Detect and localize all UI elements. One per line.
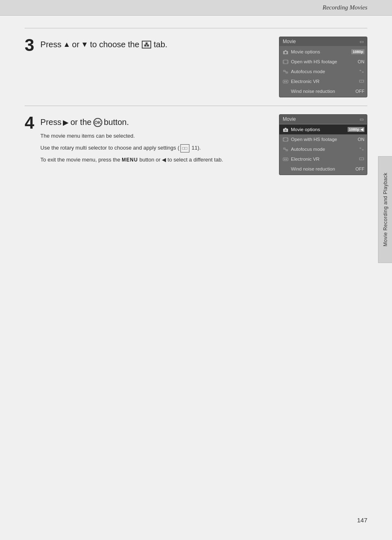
ok-button-icon: OK <box>93 118 102 127</box>
step-3-tab-label: tab. <box>154 40 167 49</box>
menu-panel-2-row-2-label: Open with HS footage <box>291 137 356 142</box>
menu-row-4-label: Electronic VR <box>291 79 357 84</box>
menu-row-3-label: Autofocus mode <box>291 69 357 74</box>
svg-point-21 <box>285 129 287 131</box>
svg-rect-32 <box>283 158 288 161</box>
svg-point-17 <box>360 81 362 82</box>
menu-row-5-label: Wind noise reduction <box>291 89 354 94</box>
menu-panel-2-row-5-label: Wind noise reduction <box>291 166 354 171</box>
step-4-or-label: or the <box>70 118 91 127</box>
svg-rect-8 <box>284 70 285 72</box>
main-content: 3 Press ▲ or ▼ to choose the ⁂ tab. <box>0 16 392 196</box>
svg-rect-9 <box>286 72 288 73</box>
step-3-heading-row: 3 Press ▲ or ▼ to choose the ⁂ tab. <box>25 37 267 54</box>
menu-row-1-label: Movie options <box>291 49 350 54</box>
step-3-press-label: Press <box>40 40 61 49</box>
svg-point-2 <box>285 51 287 53</box>
menu-panel-2-row-4: Electronic VR <box>279 154 367 164</box>
svg-rect-13 <box>283 80 288 83</box>
menu-panel-2-items: Movie options 1080p ◀ Open with HS foota… <box>279 124 367 175</box>
page-header-title: Recording Movies <box>323 4 367 11</box>
step-4-number: 4 <box>25 114 34 132</box>
svg-rect-1 <box>285 50 286 51</box>
menu-panel-2-row-2-value: ON <box>358 137 365 142</box>
menu-row-3: Autofocus mode <box>279 67 367 76</box>
menu-panel-2-row-1: Movie options 1080p ◀ <box>279 125 367 134</box>
camera-icon-2 <box>282 126 289 133</box>
menu-panel-2-title: Movie <box>283 116 296 122</box>
menu-panel-2-row-3-value <box>359 147 364 152</box>
svg-point-34 <box>286 159 287 160</box>
svg-rect-3 <box>283 60 288 64</box>
step-3-heading: Press ▲ or ▼ to choose the ⁂ tab. <box>40 40 167 49</box>
menu-row-2: Open with HS footage ON <box>279 57 367 67</box>
menu-button-label: MENU <box>122 157 138 163</box>
menu-panel-1-items: Movie options 1080p Open with HS footage… <box>279 46 367 97</box>
menu-panel-2-row-5-value: OFF <box>355 166 364 171</box>
page-number: 147 <box>357 517 367 524</box>
svg-rect-35 <box>359 157 364 160</box>
arrow-up-icon: ▲ <box>63 40 70 49</box>
menu-panel-2-row-3-label: Autofocus mode <box>291 147 357 152</box>
svg-rect-27 <box>284 148 285 149</box>
svg-point-14 <box>284 81 286 82</box>
vr-icon <box>282 78 289 85</box>
af-icon-2 <box>282 145 289 153</box>
menu-row-1-value: 1080p <box>351 49 364 54</box>
arrow-right-icon: ▶ <box>63 118 69 127</box>
menu-panel-1-header: Movie ▭ <box>279 37 367 46</box>
svg-point-15 <box>286 81 287 82</box>
svg-point-37 <box>362 158 363 159</box>
step-4-heading: Press ▶ or the OK button. <box>40 118 223 127</box>
svg-point-18 <box>362 81 363 82</box>
step-4-section: 4 Press ▶ or the OK button. The movie me… <box>25 106 367 183</box>
movie-tab-icon: ⁂ <box>142 41 151 48</box>
step-4-body: The movie menu items can be selected. Us… <box>40 132 223 164</box>
svg-rect-12 <box>362 72 364 73</box>
svg-rect-16 <box>359 80 364 83</box>
step-4-heading-row: 4 Press ▶ or the OK button. The movie me… <box>25 114 267 168</box>
camera-icon <box>282 48 289 55</box>
sidebar-tab: Movie Recording and Playback <box>378 156 392 263</box>
menu-panel-2-row-5: Wind noise reduction OFF <box>279 164 367 174</box>
menu-panel-1-title: Movie <box>283 39 296 44</box>
menu-panel-1-icon: ▭ <box>360 39 364 44</box>
step-3-left: 3 Press ▲ or ▼ to choose the ⁂ tab. <box>25 37 267 54</box>
svg-point-33 <box>284 159 286 160</box>
menu-row-4: Electronic VR <box>279 76 367 86</box>
menu-panel-1: Movie ▭ Movie options 1080p <box>279 37 367 97</box>
step-3-or-label: or <box>72 40 79 49</box>
svg-rect-11 <box>360 70 361 71</box>
menu-panel-2-row-2: Open with HS footage ON <box>279 134 367 144</box>
film-icon <box>282 58 289 65</box>
step-4-menu-panel: Movie ▭ Movie options 1080p ◀ <box>279 114 367 175</box>
step-3-to-label: to choose the <box>90 40 139 49</box>
menu-row-3-value <box>359 69 364 74</box>
menu-panel-2-row-1-label: Movie options <box>291 127 346 132</box>
svg-rect-28 <box>286 150 288 151</box>
menu-row-2-value: ON <box>358 59 365 64</box>
header-bar: Recording Movies <box>0 0 392 16</box>
svg-rect-22 <box>283 138 288 141</box>
svg-line-29 <box>285 149 286 150</box>
vr-icon-2 <box>282 155 289 163</box>
svg-rect-31 <box>362 149 364 150</box>
step-4-body-1: The movie menu items can be selected. <box>40 132 223 141</box>
step-4-button-label: button. <box>104 118 129 127</box>
step-3-number: 3 <box>25 37 34 54</box>
menu-panel-2-icon: ▭ <box>360 117 364 122</box>
af-icon <box>282 68 289 75</box>
menu-row-5-value: OFF <box>355 89 364 94</box>
step-3-menu-panel: Movie ▭ Movie options 1080p <box>279 37 367 97</box>
film-icon-2 <box>282 136 289 143</box>
menu-row-2-label: Open with HS footage <box>291 59 356 64</box>
svg-rect-30 <box>360 148 361 149</box>
menu-panel-2-header: Movie ▭ <box>279 115 367 124</box>
svg-line-10 <box>285 72 286 72</box>
sidebar-tab-label: Movie Recording and Playback <box>383 173 388 246</box>
menu-row-5: Wind noise reduction OFF <box>279 86 367 96</box>
step-4-body-2: Use the rotary multi selector to choose … <box>40 144 223 152</box>
svg-rect-20 <box>285 128 286 129</box>
wind-icon-1 <box>282 88 289 95</box>
menu-panel-2-row-3: Autofocus mode <box>279 144 367 154</box>
